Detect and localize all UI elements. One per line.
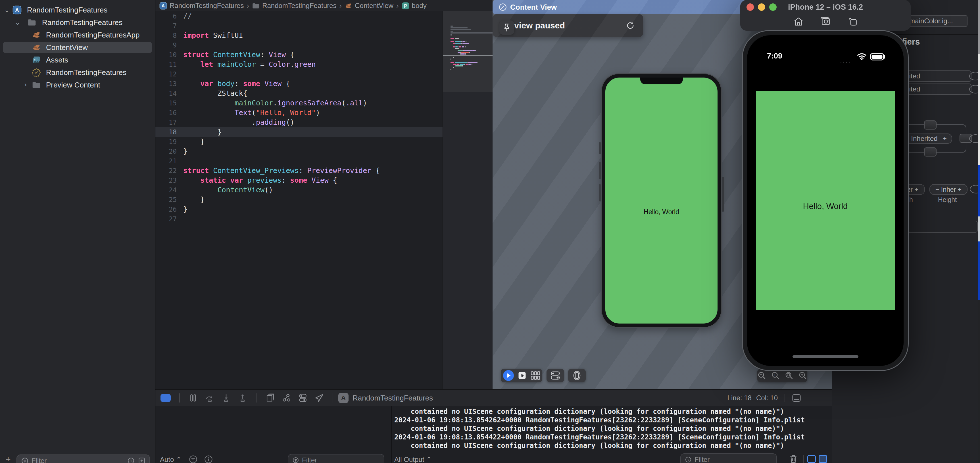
step-out-button[interactable] (238, 393, 247, 403)
code-line-8[interactable]: 8import SwiftUI (155, 31, 442, 40)
source-editor[interactable]: 6//78import SwiftUI910struct ContentView… (155, 11, 442, 389)
breakpoints-toggle-button[interactable] (161, 394, 171, 402)
code-line-16[interactable]: 16 Text("Hello, World") (155, 108, 442, 118)
editor-options-icon[interactable] (792, 394, 801, 402)
code-line-27[interactable]: 27 (155, 214, 442, 224)
padding-value-stepper[interactable]: Inherited + (905, 134, 952, 144)
home-button[interactable] (793, 16, 803, 26)
editor-minimap[interactable] (442, 11, 493, 389)
step-over-button[interactable] (205, 393, 215, 403)
code-line-9[interactable]: 9 (155, 40, 442, 50)
preview-device-button[interactable] (568, 369, 586, 382)
simulator-screen[interactable]: 7:09 .... Hello, World (747, 35, 904, 366)
code-line-23[interactable]: 23 static var previews: some View { (155, 175, 442, 185)
variables-filter-input[interactable]: Filter (288, 454, 384, 463)
minimap-token (458, 46, 458, 48)
padding-plus-button[interactable]: + (943, 135, 947, 143)
environment-overrides-button[interactable] (298, 393, 308, 403)
zoom-fit-icon[interactable] (785, 371, 793, 380)
add-file-button[interactable]: + (6, 455, 11, 463)
variants-mode-button[interactable] (531, 371, 540, 380)
device-bezel-icon (573, 371, 581, 380)
console-filter-input[interactable]: Filter (680, 453, 777, 463)
breadcrumb-item-randomtestingfeatures[interactable]: ARandomTestingFeatures (159, 2, 244, 10)
minimap-token (455, 65, 462, 67)
navigator-item-contentview[interactable]: ContentView (0, 41, 155, 54)
code-line-19[interactable]: 19 } (155, 137, 442, 146)
rotate-device-button[interactable] (847, 16, 858, 26)
navigator-item-assets[interactable]: Assets (0, 54, 155, 66)
simulator-window[interactable]: iPhone 12 – iOS 16.2 7:09 (740, 0, 911, 370)
code-line-13[interactable]: 13 var body: some View { (155, 79, 442, 89)
vars-info-icon[interactable] (204, 455, 213, 463)
padding-top-handle[interactable] (924, 121, 937, 129)
app-icon: A (13, 5, 22, 14)
code-line-11[interactable]: 11 let mainColor = Color.green (155, 60, 442, 69)
breadcrumb-item-contentview[interactable]: ContentView (345, 2, 393, 10)
code-line-20[interactable]: 20} (155, 146, 442, 156)
navigator-item-randomtestingfeaturesapp[interactable]: RandomTestingFeaturesApp (0, 29, 155, 41)
minimap-token (463, 43, 466, 44)
frame-height-stepper[interactable]: − Inher + (929, 184, 967, 195)
preview-screen[interactable]: Hello, World (605, 78, 718, 323)
variables-view[interactable]: Auto ⌃ Filter (155, 406, 392, 463)
show-console-pane-button[interactable] (819, 455, 827, 463)
code-line-17[interactable]: 17 .padding() (155, 118, 442, 127)
code-line-6[interactable]: 6// (155, 11, 442, 21)
simulate-location-button[interactable] (315, 393, 324, 403)
screenshot-camera-button[interactable] (820, 16, 831, 26)
breadcrumb-separator: › (247, 2, 249, 10)
step-into-button[interactable] (221, 393, 231, 403)
minimap-token (450, 62, 454, 63)
navigator-filter-input[interactable]: Filter (16, 455, 150, 463)
pin-preview-button[interactable] (500, 21, 514, 35)
breadcrumb-item-body[interactable]: Pbody (402, 2, 426, 10)
navigator-item-preview-content[interactable]: ›Preview Content (0, 79, 155, 91)
console-log-line: contained no UIScene configuration dicti… (394, 424, 805, 433)
simulator-title-bar[interactable]: iPhone 12 – iOS 16.2 (740, 0, 911, 31)
zoom-in-icon[interactable] (799, 371, 807, 380)
recent-clock-icon[interactable] (127, 457, 135, 463)
code-line-10[interactable]: 10struct ContentView: View { (155, 50, 442, 60)
console-log-line: 2024-01-06 19:08:13.854262+0000 RandomTe… (394, 416, 805, 424)
show-variables-pane-button[interactable] (807, 455, 816, 463)
line-number: 16 (155, 108, 177, 118)
breadcrumb-label: ContentView (355, 2, 393, 10)
debugbar-divider3 (332, 393, 333, 403)
code-line-15[interactable]: 15 mainColor.ignoresSafeArea(.all) (155, 98, 442, 108)
navigator-item-randomtestingfeatures[interactable]: ⌄ARandomTestingFeatures (0, 4, 155, 16)
code-line-21[interactable]: 21 (155, 156, 442, 166)
console-output-dropdown[interactable]: All Output ⌃ (394, 456, 432, 463)
code-line-22[interactable]: 22struct ContentView_Previews: PreviewPr… (155, 166, 442, 175)
view-hierarchy-button[interactable] (265, 393, 275, 403)
selectable-mode-button[interactable] (518, 371, 527, 380)
folder-icon (27, 18, 37, 27)
navigator-item-randomtestingfeatures[interactable]: RandomTestingFeatures (0, 66, 155, 79)
code-line-25[interactable]: 25 } (155, 195, 442, 205)
zoom-out-icon[interactable] (757, 371, 766, 380)
chevron-down-icon[interactable]: ⌄ (4, 6, 10, 13)
clear-console-trash-icon[interactable] (789, 455, 798, 463)
code-line-7[interactable]: 7 (155, 21, 442, 31)
app-green-background: Hello, World (756, 91, 895, 310)
breadcrumb-item-randomtestingfeatures[interactable]: RandomTestingFeatures (252, 2, 336, 10)
code-line-26[interactable]: 26} (155, 205, 442, 214)
navigator-item-randomtestingfeatures[interactable]: ⌄RandomTestingFeatures (0, 16, 155, 29)
device-settings-button[interactable] (547, 369, 564, 382)
flagged-icon[interactable] (138, 457, 145, 463)
vars-filter-circle-icon[interactable] (189, 455, 197, 463)
live-preview-button[interactable] (503, 370, 514, 381)
padding-bottom-handle[interactable] (924, 147, 937, 156)
chevron-down-icon[interactable]: ⌄ (15, 19, 21, 26)
code-line-18[interactable]: 18 } (155, 127, 442, 137)
pause-execution-button[interactable] (188, 393, 198, 403)
debug-console[interactable]: contained no UIScene configuration dicti… (392, 406, 832, 463)
memory-graph-button[interactable] (282, 393, 291, 403)
variables-scope-dropdown[interactable]: Auto ⌃ (160, 456, 181, 463)
zoom-100-icon[interactable]: 1 (771, 371, 780, 380)
chevron-right-icon[interactable]: › (24, 81, 27, 88)
code-line-12[interactable]: 12 (155, 69, 442, 79)
code-line-24[interactable]: 24 ContentView() (155, 185, 442, 195)
background-window-edge (978, 0, 980, 54)
code-line-14[interactable]: 14 ZStack{ (155, 89, 442, 98)
